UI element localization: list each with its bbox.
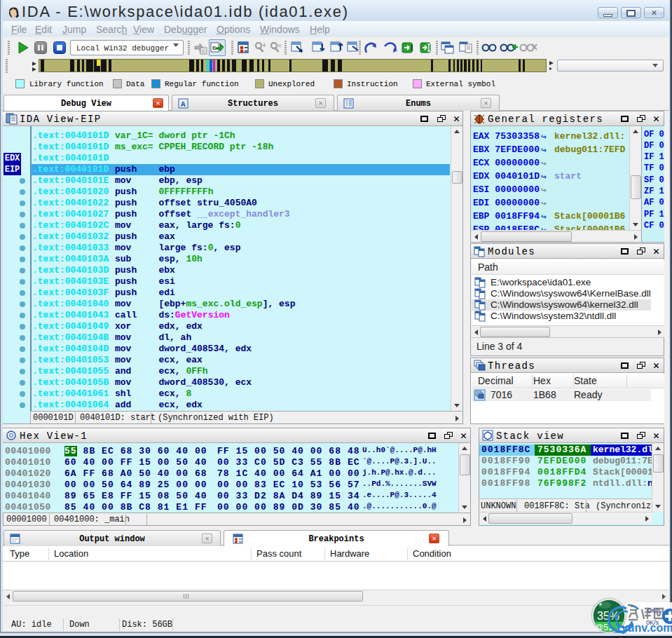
svg-text:+: +	[262, 42, 266, 50]
svg-text:0K/s: 0K/s	[647, 607, 661, 614]
svg-text:c: c	[202, 48, 205, 54]
svg-text:1yunv.com: 1yunv.com	[615, 622, 672, 634]
svg-text:✕: ✕	[277, 42, 282, 50]
svg-text:A: A	[181, 100, 186, 109]
